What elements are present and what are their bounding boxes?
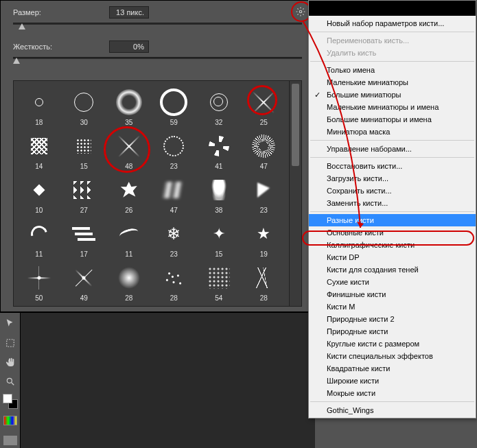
brush-cell[interactable]: 28 <box>106 259 152 303</box>
menu-separator <box>310 32 474 32</box>
menu-gothic-wings[interactable]: Gothic_Wings <box>309 404 476 416</box>
hardness-input[interactable] <box>109 40 149 53</box>
menu-replace-brushes[interactable]: Заменить кисти... <box>309 197 476 209</box>
menu-assorted-brushes[interactable]: Разные кисти <box>309 214 476 226</box>
color-chip-1[interactable] <box>2 413 19 428</box>
brush-cell[interactable]: 35 <box>106 84 152 128</box>
brush-cell[interactable]: 28 <box>152 259 197 303</box>
zoom-tool[interactable] <box>2 374 19 389</box>
size-slider[interactable] <box>13 21 302 34</box>
hardness-slider[interactable] <box>13 56 302 68</box>
brush-cell[interactable]: 41 <box>196 128 242 172</box>
brush-size-label: 27 <box>80 207 88 215</box>
brush-controls: Размер: Жесткость: <box>1 1 314 78</box>
brush-cell[interactable]: 11 <box>16 215 62 259</box>
menu-new-preset[interactable]: Новый набор параметров кисти... <box>309 17 476 30</box>
brush-cell[interactable]: 49 <box>62 259 107 303</box>
menu-natural-brushes[interactable]: Природные кисти <box>309 325 476 338</box>
menu-dry-brushes[interactable]: Сухие кисти <box>309 276 476 288</box>
brush-size-label: 54 <box>215 294 222 303</box>
brush-scrollbar[interactable] <box>289 81 301 306</box>
brush-cell[interactable]: 50 <box>16 259 62 303</box>
brush-cell[interactable]: 54 <box>196 259 242 303</box>
menu-load-brushes[interactable]: Загрузить кисти... <box>309 172 476 185</box>
menu-natural2-brushes[interactable]: Природные кисти 2 <box>309 313 476 325</box>
menu-save-brushes[interactable]: Сохранить кисти... <box>309 185 476 197</box>
move-tool[interactable] <box>2 316 19 331</box>
brush-thumbnail <box>23 217 56 250</box>
brush-thumbnail: ✦ <box>202 217 235 250</box>
brush-size-label: 32 <box>215 119 222 128</box>
menu-mask-thumb[interactable]: Миниатюра маска <box>309 126 476 138</box>
brush-thumbnail <box>247 261 280 294</box>
menu-m-brushes[interactable]: Кисти M <box>309 300 476 313</box>
brush-cell[interactable]: 32 <box>196 84 242 128</box>
menu-small-thumb-names[interactable]: Маленькие миниатюры и имена <box>309 101 476 113</box>
brush-cell[interactable]: 17 <box>62 215 107 259</box>
menu-separator <box>310 157 474 158</box>
brush-size-label: 17 <box>80 250 88 259</box>
brush-cell[interactable]: 38 <box>196 172 242 215</box>
brush-size-label: 38 <box>215 207 222 215</box>
brush-size-label: 15 <box>80 163 88 172</box>
brush-cell[interactable]: ★19 <box>242 215 287 259</box>
brush-size-label: 30 <box>80 119 88 128</box>
marquee-tool[interactable] <box>2 335 19 350</box>
brush-thumbnail <box>113 217 146 250</box>
svg-rect-1 <box>6 339 14 346</box>
menu-small-thumb[interactable]: Маленькие миниатюры <box>309 76 476 89</box>
brush-cell[interactable]: 15 <box>62 128 107 172</box>
menu-wide-brushes[interactable]: Широкие кисти <box>309 375 476 387</box>
brush-cell[interactable]: 23 <box>242 172 287 215</box>
brush-cell[interactable]: ✦15 <box>196 215 242 259</box>
menu-basic-brushes[interactable]: Основные кисти <box>309 226 476 239</box>
brush-cell[interactable]: ❄23 <box>152 215 197 259</box>
brush-cell[interactable]: 47 <box>152 172 197 215</box>
menu-separator <box>310 211 474 212</box>
brush-size-label: 14 <box>35 163 43 172</box>
brush-grid: 1830355932251415482341471027264738231117… <box>14 81 289 306</box>
menu-large-thumb-names[interactable]: Большие миниатюры и имена <box>309 113 476 126</box>
brush-context-menu: Новый набор параметров кисти... Переимен… <box>308 0 476 418</box>
menu-shadow-brushes[interactable]: Кисти для создания теней <box>309 263 476 276</box>
brush-cell[interactable]: 48 <box>106 128 152 172</box>
brush-cell[interactable]: 30 <box>62 84 107 128</box>
menu-finish-brushes[interactable]: Финишные кисти <box>309 288 476 300</box>
brush-size-label: 28 <box>260 294 268 303</box>
brush-cell[interactable]: 11 <box>106 215 152 259</box>
menu-calligraphic-brushes[interactable]: Каллиграфические кисти <box>309 239 476 251</box>
brush-cell[interactable]: 28 <box>242 259 287 303</box>
menu-preset-manager[interactable]: Управление наборами... <box>309 143 476 155</box>
brush-size-label: 47 <box>260 163 268 172</box>
brush-cell[interactable]: 10 <box>16 172 62 215</box>
panel-menu-button[interactable] <box>292 5 309 19</box>
brush-thumbnail <box>202 130 235 163</box>
scrollbar-thumb[interactable] <box>292 84 299 166</box>
brush-size-label: 35 <box>125 119 132 128</box>
brush-cell[interactable]: 23 <box>152 128 197 172</box>
tool-strip <box>0 313 21 448</box>
menu-large-thumb[interactable]: ✓Большие миниатюры <box>309 89 476 101</box>
brush-cell[interactable]: 18 <box>16 84 62 128</box>
menu-dp-brushes[interactable]: Кисти DP <box>309 251 476 263</box>
brush-cell[interactable]: 14 <box>16 128 62 172</box>
brush-thumbnail: ❄ <box>157 217 190 250</box>
hand-tool[interactable] <box>2 355 19 370</box>
brush-cell[interactable]: 26 <box>106 172 152 215</box>
size-input[interactable] <box>109 6 149 19</box>
color-chip-icon <box>3 416 17 425</box>
brush-size-label: 49 <box>80 294 88 303</box>
menu-wet-brushes[interactable]: Мокрые кисти <box>309 387 476 399</box>
color-swatches[interactable] <box>2 394 19 409</box>
menu-restore-brushes[interactable]: Восстановить кисти... <box>309 160 476 172</box>
brush-cell[interactable]: 25 <box>242 84 287 128</box>
color-chip-2[interactable] <box>2 433 19 448</box>
menu-special-brushes[interactable]: Кисти специальных эффектов <box>309 350 476 362</box>
brush-cell[interactable]: 27 <box>62 172 107 215</box>
menu-names-only[interactable]: Только имена <box>309 64 476 76</box>
brush-cell[interactable]: 59 <box>152 84 197 128</box>
menu-round-size-brushes[interactable]: Круглые кисти с размером <box>309 338 476 350</box>
menu-square-brushes[interactable]: Квадратные кисти <box>309 362 476 375</box>
brush-cell[interactable]: 47 <box>242 128 287 172</box>
menu-label: Большие миниатюры <box>327 91 402 99</box>
